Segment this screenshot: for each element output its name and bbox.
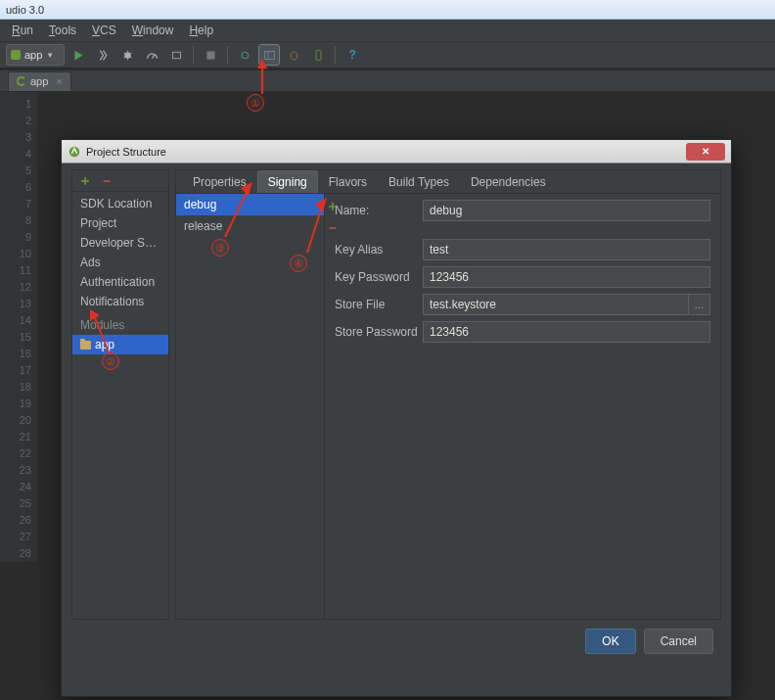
sidebar-item-developer-services[interactable]: Developer Ser... xyxy=(72,233,168,253)
menu-tools[interactable]: Tools xyxy=(43,22,82,39)
line-number: 27 xyxy=(0,529,31,545)
add-module-icon[interactable]: ＋ xyxy=(78,172,92,190)
svg-rect-6 xyxy=(316,50,321,60)
run-config-icon xyxy=(11,50,21,60)
sidebar-item-notifications[interactable]: Notifications xyxy=(72,292,168,311)
line-number: 10 xyxy=(0,246,31,262)
close-button[interactable]: ✕ xyxy=(686,143,725,161)
line-number: 13 xyxy=(0,296,31,312)
line-number: 3 xyxy=(0,129,31,146)
line-number: 14 xyxy=(0,312,31,329)
app-title: udio 3.0 xyxy=(6,4,44,16)
annotation-arrow-2 xyxy=(88,309,127,358)
tab-flavors[interactable]: Flavors xyxy=(318,170,378,193)
svg-marker-15 xyxy=(315,198,327,211)
dialog-titlebar[interactable]: Project Structure ✕ xyxy=(62,140,731,163)
line-number: 21 xyxy=(0,429,31,445)
sidebar-item-ads[interactable]: Ads xyxy=(72,253,168,272)
run-config-label: app xyxy=(24,49,42,61)
line-number: 25 xyxy=(0,495,31,512)
cancel-button[interactable]: Cancel xyxy=(644,629,713,654)
name-field[interactable]: debug xyxy=(423,200,710,221)
svg-rect-2 xyxy=(172,52,180,59)
line-number: 11 xyxy=(0,262,31,279)
line-number: 22 xyxy=(0,445,31,462)
keyalias-field[interactable]: test xyxy=(423,239,710,260)
line-number: 18 xyxy=(0,379,31,396)
stop-button[interactable] xyxy=(200,44,221,66)
menubar: Run Tools VCS Window Help xyxy=(0,20,775,41)
line-number: 4 xyxy=(0,146,31,163)
storefile-field[interactable]: test.keystore xyxy=(423,294,689,315)
line-gutter: 1234567891011121314151617181920212223242… xyxy=(0,92,37,562)
storefile-label: Store File xyxy=(335,298,423,311)
app-titlebar: udio 3.0 xyxy=(0,0,775,20)
line-number: 15 xyxy=(0,329,31,346)
avd-manager-button[interactable] xyxy=(307,44,329,66)
dialog-title: Project Structure xyxy=(86,146,166,158)
tab-signing[interactable]: Signing xyxy=(257,170,318,193)
sidebar-item-project[interactable]: Project xyxy=(72,213,168,233)
menu-window[interactable]: Window xyxy=(126,22,180,39)
menu-help[interactable]: Help xyxy=(183,22,219,39)
svg-rect-4 xyxy=(264,51,274,59)
profile-button[interactable] xyxy=(141,44,162,66)
svg-line-12 xyxy=(225,188,249,237)
toolbar-separator xyxy=(335,46,336,64)
line-number: 17 xyxy=(0,362,31,379)
run-button[interactable] xyxy=(68,44,89,66)
svg-line-10 xyxy=(94,315,110,354)
editor-tab-label: app xyxy=(30,75,48,87)
line-number: 12 xyxy=(0,279,31,296)
attach-debugger-button[interactable] xyxy=(165,44,187,66)
debug-button[interactable] xyxy=(116,44,138,66)
android-studio-icon xyxy=(68,145,81,159)
svg-line-14 xyxy=(307,204,323,253)
loading-icon xyxy=(17,76,26,86)
line-number: 26 xyxy=(0,512,31,529)
ok-button[interactable]: OK xyxy=(585,629,635,654)
sidebar-item-authentication[interactable]: Authentication xyxy=(72,272,168,292)
line-number: 2 xyxy=(0,113,31,129)
chevron-down-icon: ▼ xyxy=(46,51,54,60)
annotation-arrow-3 xyxy=(221,182,260,241)
toolbar-separator xyxy=(227,46,228,64)
line-number: 5 xyxy=(0,163,31,179)
line-number: 20 xyxy=(0,412,31,429)
menu-vcs[interactable]: VCS xyxy=(86,22,122,39)
line-number: 9 xyxy=(0,229,31,246)
line-number: 1 xyxy=(0,96,31,113)
toolbar-separator xyxy=(193,46,194,64)
close-icon[interactable]: × xyxy=(56,75,62,87)
line-number: 8 xyxy=(0,212,31,229)
svg-rect-3 xyxy=(206,51,214,59)
line-number: 24 xyxy=(0,479,31,495)
keypassword-label: Key Password xyxy=(335,270,423,284)
storepassword-label: Store Password xyxy=(335,325,423,339)
line-number: 16 xyxy=(0,346,31,362)
sidebar-item-sdk-location[interactable]: SDK Location xyxy=(72,194,168,213)
svg-marker-9 xyxy=(257,59,267,69)
keypassword-field[interactable]: 123456 xyxy=(423,266,710,288)
line-number: 6 xyxy=(0,179,31,196)
apply-changes-button[interactable] xyxy=(92,44,114,66)
tab-build-types[interactable]: Build Types xyxy=(378,170,460,193)
storefile-browse-button[interactable]: … xyxy=(689,294,710,315)
sdk-manager-button[interactable] xyxy=(283,44,304,66)
editor-tab-app[interactable]: app × xyxy=(8,71,71,91)
annotation-arrow-1 xyxy=(252,59,272,98)
remove-module-icon[interactable]: － xyxy=(100,172,114,190)
svg-point-0 xyxy=(124,52,131,59)
menu-run[interactable]: Run xyxy=(6,22,39,39)
structure-sidebar: ＋ － SDK Location Project Developer Ser..… xyxy=(71,169,169,620)
tab-dependencies[interactable]: Dependencies xyxy=(460,170,557,193)
help-button[interactable]: ? xyxy=(342,44,363,66)
editor-tabs: app × xyxy=(0,70,775,92)
keyalias-label: Key Alias xyxy=(335,243,423,257)
signing-config-list: debug release ＋ － xyxy=(176,194,325,619)
svg-line-1 xyxy=(152,54,154,58)
svg-marker-13 xyxy=(241,182,252,196)
name-label: Name: xyxy=(335,204,423,217)
storepassword-field[interactable]: 123456 xyxy=(423,321,710,343)
run-config-combo[interactable]: app ▼ xyxy=(6,44,65,66)
